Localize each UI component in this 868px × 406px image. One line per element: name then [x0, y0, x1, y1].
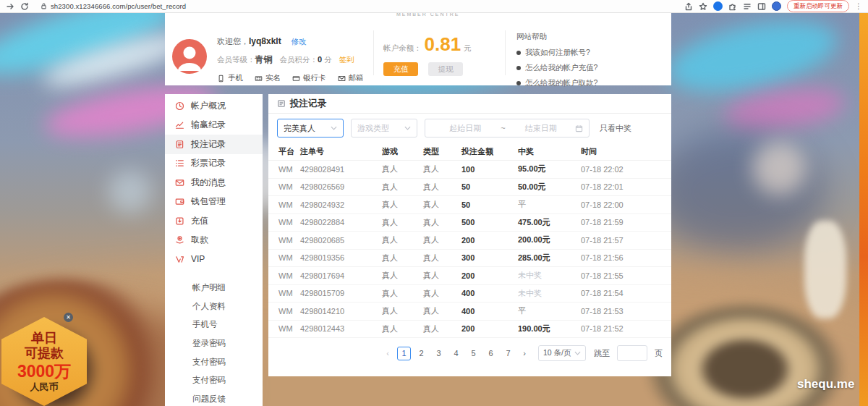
sidebar-item-5[interactable]: 钱包管理 [165, 193, 263, 212]
cell-time: 07-18 21:55 [579, 271, 671, 280]
verify-item-label: 银行卡 [303, 73, 326, 83]
help-item-label: 怎么给我的帐户取款? [525, 78, 597, 88]
only-win-toggle[interactable]: 只看中奖 [600, 123, 631, 134]
help-item-label: 我该如何注册帐号? [525, 48, 590, 58]
promo-close-icon[interactable]: ✕ [64, 313, 73, 322]
level-value: 青铜 [255, 54, 273, 66]
sidebar-secondary-item-3[interactable]: 登录密码 [165, 334, 263, 353]
page: sh2300.x12346666.com/pc/user/bet_record … [0, 0, 868, 406]
sidebar-item-label: 钱包管理 [191, 195, 226, 208]
help-item-1[interactable]: 怎么给我的帐户充值? [516, 63, 597, 73]
prev-page-icon[interactable]: ‹ [382, 349, 393, 358]
cell-time: 07-18 22:02 [579, 165, 671, 174]
star-icon[interactable] [699, 2, 707, 11]
cell-platform: WM [268, 200, 299, 209]
cell-game: 真人 [380, 217, 422, 228]
sidebar-item-3[interactable]: 彩票记录 [165, 154, 263, 174]
cell-game: 真人 [380, 323, 422, 334]
floating-side-widget[interactable] [859, 13, 868, 406]
page-numbers: 1234567 [397, 347, 515, 360]
wallet-icon [175, 197, 184, 206]
withdraw-button[interactable]: 提现 [428, 62, 463, 76]
sidebar-secondary-item-1[interactable]: 个人资料 [165, 297, 263, 316]
calendar-icon [575, 124, 583, 132]
puzzle-icon[interactable] [728, 2, 737, 11]
cell-win: 平 [516, 199, 579, 210]
promo-line2: 可提款 [25, 346, 64, 361]
sidebar-secondary-item-6[interactable]: 问题反馈 [165, 390, 263, 406]
date-range-picker[interactable]: 起始日期 ~ 结束日期 [425, 119, 590, 138]
page-button-1[interactable]: 1 [397, 347, 411, 360]
reload-icon[interactable] [20, 2, 29, 11]
cell-order: 4298012443 [299, 324, 380, 333]
browser-menu-icon[interactable]: ⋮ [855, 3, 862, 10]
date-start-placeholder: 起始日期 [431, 123, 499, 134]
table-row: WM4298022884真人真人500475.00元07-18 21:59 [268, 214, 671, 232]
recharge-button[interactable]: 充值 [383, 62, 418, 76]
page-button-6[interactable]: 6 [484, 347, 498, 360]
browser-profile-avatar[interactable] [772, 1, 781, 11]
sidebar-item-label: 取款 [191, 234, 208, 246]
column-header: 时间 [579, 146, 671, 157]
reading-list-icon[interactable] [743, 2, 752, 11]
sidebar-item-0[interactable]: 帐户概况 [165, 96, 263, 116]
balance-value: 0.81 [425, 35, 461, 54]
side-panel-icon[interactable] [757, 2, 766, 11]
page-button-4[interactable]: 4 [449, 347, 463, 360]
cell-type: 真人 [422, 199, 460, 210]
jump-page-input[interactable] [617, 345, 647, 361]
cell-time: 07-18 21:53 [579, 307, 671, 316]
address-bar[interactable]: sh2300.x12346666.com/pc/user/bet_record [41, 2, 186, 10]
sidebar-item-7[interactable]: 取款 [165, 231, 263, 250]
verify-item-2[interactable]: 银行卡 [292, 73, 326, 83]
sidebar-item-4[interactable]: 我的消息 [165, 173, 263, 193]
cell-amount: 500 [460, 218, 516, 227]
page-button-3[interactable]: 3 [432, 347, 446, 360]
help-item-2[interactable]: 怎么给我的帐户取款? [516, 78, 597, 88]
cell-game: 真人 [380, 199, 422, 210]
sidebar: 帐户概况输赢纪录投注记录彩票记录我的消息钱包管理充值取款VIP 帐户明细个人资料… [165, 94, 263, 406]
column-header: 注单号 [299, 146, 380, 157]
table-row: WM4298024932真人真人50平07-18 22:00 [268, 196, 671, 214]
share-icon[interactable] [684, 2, 693, 11]
sidebar-item-label: VIP [191, 254, 205, 264]
cell-order: 4298026569 [299, 182, 380, 191]
sidebar-secondary-item-5[interactable]: 支付密码 [165, 371, 263, 390]
page-button-5[interactable]: 5 [467, 347, 480, 360]
sidebar-secondary-item-2[interactable]: 手机号 [165, 316, 263, 334]
verify-item-3[interactable]: 邮箱 [338, 73, 364, 83]
url-text[interactable]: sh2300.x12346666.com/pc/user/bet_record [51, 2, 186, 10]
verify-item-label: 邮箱 [349, 73, 364, 83]
sidebar-item-6[interactable]: 充值 [165, 211, 263, 231]
verify-item-0[interactable]: 手机 [217, 73, 243, 83]
cell-win: 285.00元 [516, 253, 579, 263]
sidebar-item-label: 帐户概况 [191, 100, 226, 112]
cell-order: 4298015709 [299, 289, 380, 297]
sidebar-item-1[interactable]: 输赢纪录 [165, 116, 263, 135]
verify-item-1[interactable]: 实名 [255, 73, 281, 83]
cell-type: 真人 [422, 182, 460, 193]
platform-select[interactable]: 完美真人 [277, 119, 344, 138]
balance-label: 帐户余额： [383, 43, 422, 54]
page-button-2[interactable]: 2 [414, 347, 428, 360]
sidebar-item-8[interactable]: VIP [165, 250, 263, 269]
extension-blue-icon[interactable] [713, 1, 723, 11]
modify-link[interactable]: 修改 [292, 37, 307, 47]
game-type-select[interactable]: 游戏类型 [351, 119, 417, 138]
browser-update-button[interactable]: 重新启动即可更新 [787, 0, 849, 12]
checkin-link[interactable]: 签到 [339, 55, 354, 65]
page-size-select[interactable]: 10 条/页 [538, 345, 586, 361]
sidebar-item-2[interactable]: 投注记录 [165, 135, 263, 154]
next-page-icon[interactable]: › [519, 349, 530, 358]
cell-platform: WM [268, 165, 299, 174]
page-button-7[interactable]: 7 [501, 347, 515, 360]
sidebar-secondary-item-4[interactable]: 支付密码 [165, 352, 263, 371]
cell-type: 真人 [422, 164, 460, 174]
id-icon [255, 75, 263, 83]
sidebar-secondary-item-0[interactable]: 帐户明细 [165, 279, 263, 297]
cell-amount: 400 [460, 307, 516, 316]
sidebar-secondary-menu: 帐户明细个人资料手机号登录密码支付密码支付密码问题反馈 [165, 279, 263, 406]
sidebar-item-label: 我的消息 [191, 177, 226, 189]
help-item-0[interactable]: 我该如何注册帐号? [516, 48, 597, 58]
forward-icon[interactable] [6, 2, 14, 11]
